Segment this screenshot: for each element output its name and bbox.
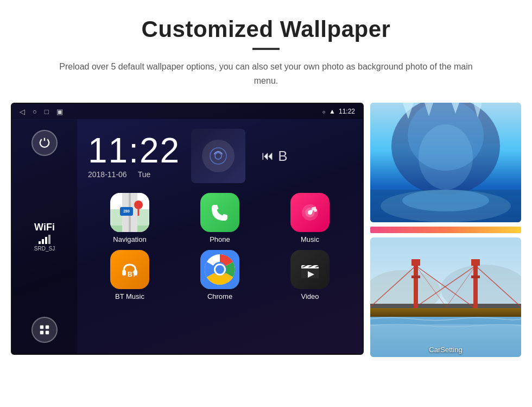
wallpaper-previews: CarSetting	[370, 103, 521, 357]
svg-point-4	[210, 148, 226, 164]
next-track-label: B	[278, 148, 287, 165]
app-chrome[interactable]: Chrome	[178, 250, 262, 300]
app-navigation[interactable]: 280 Navigation	[88, 193, 172, 243]
wifi-widget: WiFi SRD_SJ	[34, 222, 55, 252]
wallpaper-strip	[370, 227, 521, 233]
page-title: Customized Wallpaper	[142, 16, 391, 42]
video-label: Video	[301, 292, 319, 300]
prev-track-button[interactable]: ⏮	[262, 149, 274, 163]
location-icon: ⬦	[322, 108, 326, 115]
svg-point-34	[419, 124, 473, 190]
svg-point-13	[134, 201, 143, 209]
svg-rect-19	[122, 270, 126, 275]
svg-rect-1	[46, 325, 49, 329]
home-nav-icon[interactable]: ○	[33, 108, 37, 116]
wifi-status-icon: ▲	[329, 108, 335, 115]
app-music[interactable]: Music	[268, 193, 352, 243]
date-display: 2018-11-06	[88, 170, 127, 179]
svg-rect-51	[471, 259, 480, 266]
navigation-icon: 280	[110, 193, 149, 232]
app-btmusic[interactable]: BT BT Music	[88, 250, 172, 300]
wallpaper-bridge: CarSetting	[370, 237, 521, 357]
music-label: Music	[301, 235, 319, 243]
svg-rect-3	[46, 331, 49, 334]
chrome-icon	[200, 250, 239, 289]
status-bar: ◁ ○ □ ▣ ⬦ ▲ 11:22	[12, 104, 363, 119]
svg-text:BT: BT	[128, 271, 137, 278]
svg-rect-0	[40, 325, 43, 329]
all-apps-button[interactable]	[31, 317, 58, 343]
svg-point-17	[309, 210, 313, 213]
carsetting-label: CarSetting	[429, 346, 462, 354]
left-sidebar: WiFi SRD_SJ	[12, 119, 77, 354]
svg-point-18	[314, 209, 317, 212]
media-controls: ⏮ B	[262, 148, 287, 165]
main-content: ◁ ○ □ ▣ ⬦ ▲ 11:22 WiFi	[11, 103, 521, 357]
wifi-ssid: SRD_SJ	[34, 246, 55, 252]
svg-rect-49	[473, 265, 478, 308]
music-icon	[290, 193, 330, 232]
svg-rect-52	[411, 275, 420, 278]
chrome-label: Chrome	[207, 292, 232, 300]
screen-body: WiFi SRD_SJ	[12, 119, 363, 354]
svg-rect-48	[414, 265, 418, 308]
day-display: Tue	[138, 170, 151, 179]
wallpaper-ice-cave	[370, 103, 521, 222]
svg-rect-53	[471, 275, 480, 278]
clock-display: 11:22	[88, 133, 180, 168]
main-area: 11:22 2018-11-06 Tue	[77, 119, 363, 354]
wifi-label: WiFi	[34, 222, 55, 233]
status-bar-right: ⬦ ▲ 11:22	[322, 108, 355, 115]
clock-date: 2018-11-06 Tue	[88, 170, 150, 179]
svg-point-5	[215, 153, 221, 159]
clock-info: 11:22 2018-11-06 Tue	[88, 133, 180, 179]
screenshot-nav-icon[interactable]: ▣	[56, 108, 63, 116]
svg-point-26	[216, 265, 224, 274]
phone-label: Phone	[210, 235, 230, 243]
media-album-icon	[202, 140, 235, 172]
app-phone[interactable]: Phone	[178, 193, 262, 243]
app-grid: 280 Navigation	[77, 189, 363, 308]
back-nav-icon[interactable]: ◁	[20, 108, 25, 116]
navigation-label: Navigation	[113, 235, 146, 243]
page-description: Preload over 5 default wallpaper options…	[54, 60, 478, 87]
btmusic-icon: BT	[110, 250, 149, 289]
svg-point-41	[402, 190, 489, 211]
phone-icon	[200, 193, 239, 232]
wifi-signal-bars	[39, 235, 50, 244]
android-screen: ◁ ○ □ ▣ ⬦ ▲ 11:22 WiFi	[11, 103, 364, 355]
status-bar-nav-icons: ◁ ○ □ ▣	[20, 108, 63, 116]
svg-rect-46	[370, 307, 521, 317]
video-icon	[290, 250, 330, 289]
svg-rect-2	[40, 331, 43, 334]
media-widget	[191, 129, 245, 183]
recents-nav-icon[interactable]: □	[45, 108, 49, 116]
clock-area: 11:22 2018-11-06 Tue	[77, 119, 363, 189]
app-video[interactable]: Video	[268, 250, 352, 300]
btmusic-label: BT Music	[115, 292, 144, 300]
status-time: 11:22	[339, 108, 355, 115]
power-button[interactable]	[31, 130, 58, 156]
svg-text:280: 280	[123, 209, 130, 213]
title-divider	[252, 48, 280, 50]
svg-rect-50	[411, 259, 420, 266]
